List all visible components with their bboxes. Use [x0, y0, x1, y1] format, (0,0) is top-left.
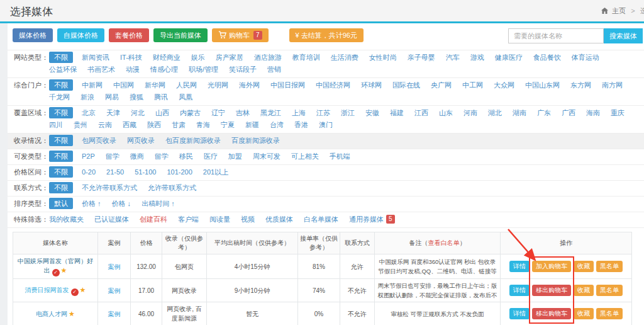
filter-option[interactable]: 新闻资讯 [82, 52, 109, 64]
filter-option[interactable]: 浙江 [341, 107, 355, 119]
blacklist-button[interactable]: 黑名单 [596, 308, 623, 319]
filter-option[interactable]: 中国经济网 [316, 79, 350, 91]
blacklist-button[interactable]: 黑名单 [596, 261, 623, 272]
filter-option[interactable]: 51-100 [135, 166, 156, 178]
filter-option[interactable]: 人民网 [176, 79, 197, 91]
filter-chip-selected[interactable]: 不限 [49, 135, 73, 146]
filter-option[interactable]: 山东 [439, 107, 453, 119]
filter-option[interactable]: 职场/管理 [189, 64, 218, 76]
media-price-button[interactable]: 媒体价格 [13, 28, 53, 42]
filter-option[interactable]: 101-200 [167, 166, 192, 178]
filter-option[interactable]: 体育运动 [572, 52, 599, 64]
blacklist-button[interactable]: 黑名单 [596, 285, 623, 296]
filter-option[interactable]: 0-20 [82, 166, 96, 178]
filter-option[interactable]: 宁夏 [221, 119, 235, 131]
filter-option[interactable]: 客户端 [178, 214, 199, 225]
filter-option[interactable]: 光明网 [208, 79, 228, 91]
filter-option[interactable]: 广西 [562, 107, 575, 119]
filter-option[interactable]: 笑话段子 [229, 64, 257, 76]
filter-option[interactable]: 加盟 [228, 151, 242, 162]
filter-option[interactable]: 动漫 [126, 64, 140, 76]
favorite-button[interactable]: 收藏 [574, 308, 594, 319]
filter-option[interactable]: 留学 [155, 151, 169, 162]
filter-option[interactable]: 河南 [464, 107, 477, 119]
filter-option[interactable]: 亲子母婴 [408, 52, 435, 64]
filter-option[interactable]: 中国日报网 [270, 79, 305, 91]
case-link[interactable]: 案例 [108, 311, 121, 317]
filter-option[interactable]: 湖北 [488, 107, 502, 119]
filter-option[interactable]: 百度新闻源收录 [231, 135, 280, 147]
detail-button[interactable]: 详情 [509, 261, 530, 272]
view-whitelist-link[interactable]: 查看白名单 [428, 239, 460, 246]
filter-option[interactable]: 甘肃 [172, 119, 186, 131]
filter-option[interactable]: 海外网 [239, 79, 260, 91]
filter-option[interactable]: 包百度新闻源收录 [165, 135, 221, 147]
filter-option[interactable]: 大众网 [494, 79, 514, 91]
filter-option[interactable]: 网易 [105, 91, 119, 103]
remove-from-cart-button[interactable]: 移出购物车 [532, 285, 571, 296]
filter-option[interactable]: 通用券媒体5 [349, 214, 395, 225]
search-input[interactable] [508, 28, 604, 43]
filter-option[interactable]: 中新网 [82, 79, 103, 91]
filter-option[interactable]: 四川 [49, 119, 63, 131]
filter-option[interactable]: 我的收藏夹 [49, 214, 84, 225]
filter-option[interactable]: 搜狐 [130, 91, 143, 103]
filter-option[interactable]: 重庆 [611, 107, 625, 119]
filter-chip-selected[interactable]: 不限 [49, 166, 73, 178]
breadcrumb-home-link[interactable]: 主页 [612, 7, 626, 14]
filter-option[interactable]: 中国网 [113, 79, 134, 91]
export-current-media-button[interactable]: 导出当前媒体 [153, 28, 208, 42]
filter-option[interactable]: 新华网 [145, 79, 165, 91]
filter-option[interactable]: 中工网 [462, 79, 483, 91]
filter-option[interactable]: 广东 [537, 107, 551, 119]
filter-option[interactable]: 新疆 [245, 119, 259, 131]
filter-option[interactable]: 国际在线 [392, 79, 420, 91]
filter-option[interactable]: 价格 ↑ [82, 198, 101, 210]
filter-option[interactable]: 可上相关 [291, 151, 319, 162]
filter-option[interactable]: 创建百科 [140, 214, 167, 225]
cart-button[interactable]: 购物车7 [212, 28, 269, 42]
filter-option[interactable]: 福建 [390, 107, 404, 119]
filter-option[interactable]: 辽宁 [211, 107, 225, 119]
filter-option[interactable]: 贵州 [74, 119, 87, 131]
case-link[interactable]: 案例 [108, 287, 121, 294]
filter-option[interactable]: 央广网 [431, 79, 452, 91]
filter-option[interactable]: 汽车 [446, 52, 460, 64]
filter-option[interactable]: 云南 [98, 119, 112, 131]
package-price-button[interactable]: 套餐价格 [109, 28, 149, 42]
checkout-button[interactable]: ¥ 去结算，共计96元 [289, 28, 364, 42]
filter-option[interactable]: 江苏 [316, 107, 330, 119]
filter-option[interactable]: 阅读量 [209, 214, 230, 225]
filter-option[interactable]: 新浪 [80, 91, 94, 103]
filter-option[interactable]: 酒店旅游 [254, 52, 282, 64]
filter-option[interactable]: 千龙网 [49, 91, 70, 103]
filter-option[interactable]: P2P [82, 151, 95, 162]
filter-option[interactable]: 房产家居 [216, 52, 243, 64]
remove-from-cart-button[interactable]: 移出购物车 [532, 308, 571, 319]
filter-option[interactable]: 生活消费 [331, 52, 358, 64]
filter-option[interactable]: 香港 [294, 119, 308, 131]
filter-option[interactable]: 周末可发 [253, 151, 280, 162]
filter-option[interactable]: 手机端 [330, 151, 350, 162]
filter-option[interactable]: 澳门 [319, 119, 333, 131]
filter-chip-selected[interactable]: 默认 [49, 198, 73, 209]
filter-option[interactable]: 河北 [131, 107, 145, 119]
filter-option[interactable]: 山西 [155, 107, 169, 119]
filter-option[interactable]: 北京 [82, 107, 96, 119]
media-name-link[interactable]: 消费日报网首发 [25, 287, 69, 294]
filter-option[interactable]: 黑龙江 [260, 107, 281, 119]
filter-option[interactable]: 健康医疗 [495, 52, 523, 64]
filter-chip-selected[interactable]: 不限 [49, 79, 73, 91]
filter-option[interactable]: 财经商业 [153, 52, 180, 64]
filter-chip-selected[interactable]: 不限 [49, 52, 73, 63]
filter-option[interactable]: 21-50 [106, 166, 124, 178]
filter-option[interactable]: 医疗 [204, 151, 218, 162]
filter-option[interactable]: IT-科技 [120, 52, 142, 64]
filter-option[interactable]: 吉林 [236, 107, 250, 119]
filter-option[interactable]: 出稿时间 ↑ [142, 198, 175, 210]
filter-option[interactable]: 游戏 [470, 52, 484, 64]
case-link[interactable]: 案例 [108, 263, 121, 270]
filter-option[interactable]: 教育培训 [292, 52, 320, 64]
filter-option[interactable]: 陕西 [147, 119, 161, 131]
filter-option[interactable]: 江西 [414, 107, 428, 119]
